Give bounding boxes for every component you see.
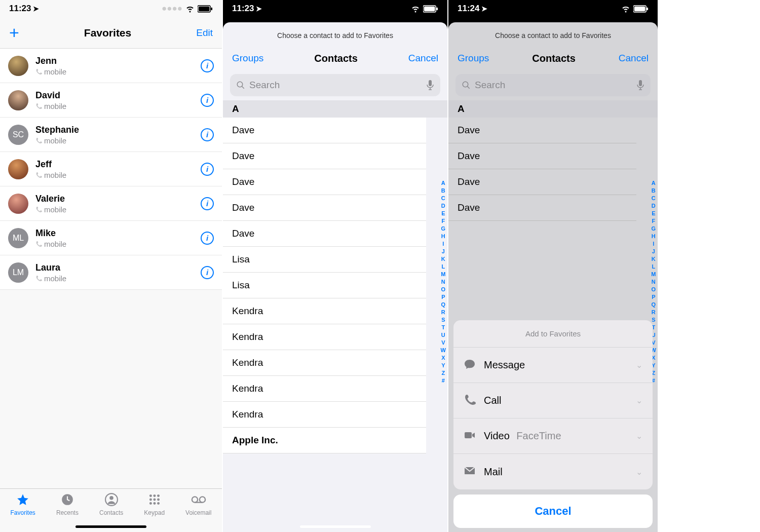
index-letter[interactable]: G <box>652 225 656 233</box>
info-button[interactable]: i <box>201 59 214 72</box>
index-letter[interactable]: H <box>652 233 656 240</box>
index-letter[interactable]: K <box>441 255 445 263</box>
search-field[interactable]: Search <box>230 74 440 96</box>
tab-star[interactable]: Favorites <box>11 493 35 516</box>
groups-button[interactable]: Groups <box>458 53 489 64</box>
index-letter[interactable]: X <box>441 354 445 362</box>
index-letter[interactable]: D <box>652 202 656 210</box>
tab-voicemail[interactable]: Voicemail <box>185 493 211 516</box>
favorite-row[interactable]: SCStephanie mobilei <box>0 118 222 152</box>
info-button[interactable]: i <box>201 232 214 245</box>
info-button[interactable]: i <box>201 197 214 210</box>
contact-row[interactable]: Dave <box>223 118 426 143</box>
tab-clock[interactable]: Recents <box>56 493 79 516</box>
index-letter[interactable]: S <box>441 316 445 324</box>
contact-row[interactable]: Dave <box>223 169 426 195</box>
favorite-row[interactable]: Valerie mobilei <box>0 186 222 221</box>
index-letter[interactable]: B <box>652 187 656 195</box>
contact-row[interactable]: Kendra <box>223 324 426 350</box>
index-letter[interactable]: F <box>441 217 445 225</box>
contact-row[interactable]: Dave <box>448 195 636 221</box>
index-letter[interactable]: C <box>441 195 445 202</box>
tab-contact[interactable]: Contacts <box>99 493 123 516</box>
index-letter[interactable]: P <box>441 293 445 301</box>
action-cancel-button[interactable]: Cancel <box>453 495 653 528</box>
index-letter[interactable]: P <box>652 293 655 301</box>
index-letter[interactable]: I <box>653 240 654 248</box>
index-letter[interactable]: O <box>441 286 446 293</box>
home-indicator[interactable] <box>75 525 146 528</box>
tab-keypad[interactable]: Keypad <box>144 493 165 516</box>
cancel-button[interactable]: Cancel <box>408 53 438 64</box>
contact-row[interactable]: Dave <box>223 221 426 247</box>
index-letter[interactable]: Q <box>441 301 446 309</box>
action-mail[interactable]: Mail⌄ <box>453 454 653 489</box>
dictation-icon[interactable] <box>636 80 644 91</box>
contact-row[interactable]: Dave <box>448 118 636 143</box>
action-video[interactable]: Video FaceTime⌄ <box>453 419 653 454</box>
index-letter[interactable]: O <box>652 286 656 293</box>
index-letter[interactable]: G <box>441 225 446 233</box>
action-phone[interactable]: Call⌄ <box>453 383 653 419</box>
alpha-index[interactable]: ABCDEFGHIJKLMNOPQRSTUVWXYZ# <box>441 179 446 385</box>
index-letter[interactable]: H <box>441 233 445 240</box>
index-letter[interactable]: J <box>652 248 655 255</box>
index-letter[interactable]: M <box>651 271 656 278</box>
contact-row[interactable]: Kendra <box>223 402 426 428</box>
info-button[interactable]: i <box>201 94 214 107</box>
search-field[interactable]: Search <box>455 74 651 96</box>
index-letter[interactable]: E <box>441 210 445 217</box>
index-letter[interactable]: K <box>652 255 656 263</box>
index-letter[interactable]: D <box>441 202 445 210</box>
index-letter[interactable]: M <box>441 271 445 278</box>
index-letter[interactable]: I <box>442 240 444 248</box>
index-letter[interactable]: A <box>441 179 445 187</box>
index-letter[interactable]: # <box>442 377 445 385</box>
index-letter[interactable]: J <box>442 248 445 255</box>
index-letter[interactable]: W <box>441 347 446 354</box>
info-button[interactable]: i <box>201 128 214 141</box>
contact-row[interactable]: Kendra <box>223 298 426 324</box>
index-letter[interactable]: Q <box>652 301 656 309</box>
index-letter[interactable]: U <box>441 331 445 339</box>
home-indicator[interactable] <box>300 525 371 528</box>
home-indicator[interactable] <box>518 525 589 528</box>
action-message[interactable]: Message⌄ <box>453 348 653 383</box>
index-letter[interactable]: C <box>652 195 656 202</box>
index-letter[interactable]: N <box>652 278 656 286</box>
contact-row[interactable]: Apple Inc. <box>223 428 426 453</box>
favorite-row[interactable]: MLMike mobilei <box>0 221 222 255</box>
index-letter[interactable]: R <box>441 309 445 316</box>
index-letter[interactable]: E <box>652 210 655 217</box>
groups-button[interactable]: Groups <box>232 53 263 64</box>
favorite-row[interactable]: Jenn mobilei <box>0 49 222 83</box>
index-letter[interactable]: L <box>652 263 655 271</box>
favorite-row[interactable]: Jeff mobilei <box>0 152 222 186</box>
contact-row[interactable]: Kendra <box>223 376 426 402</box>
index-letter[interactable]: F <box>652 217 655 225</box>
favorite-row[interactable]: LMLaura mobilei <box>0 255 222 290</box>
index-letter[interactable]: L <box>441 263 445 271</box>
index-letter[interactable]: Z <box>441 369 445 377</box>
cancel-button[interactable]: Cancel <box>619 53 649 64</box>
index-letter[interactable]: T <box>441 324 445 331</box>
index-letter[interactable]: B <box>441 187 445 195</box>
dictation-icon[interactable] <box>426 80 434 91</box>
info-button[interactable]: i <box>201 266 214 279</box>
favorite-row[interactable]: David mobilei <box>0 83 222 118</box>
index-letter[interactable]: A <box>652 179 656 187</box>
contact-row[interactable]: Kendra <box>223 350 426 376</box>
index-letter[interactable]: Y <box>441 362 445 369</box>
contact-row[interactable]: Lisa <box>223 247 426 273</box>
add-button[interactable]: + <box>9 23 19 43</box>
contact-row[interactable]: Dave <box>223 143 426 169</box>
contact-row[interactable]: Dave <box>448 143 636 169</box>
index-letter[interactable]: N <box>441 278 445 286</box>
contact-row[interactable]: Dave <box>448 169 636 195</box>
index-letter[interactable]: R <box>652 309 656 316</box>
info-button[interactable]: i <box>201 163 214 176</box>
contact-row[interactable]: Dave <box>223 195 426 221</box>
index-letter[interactable]: V <box>441 339 445 347</box>
edit-button[interactable]: Edit <box>196 27 213 39</box>
contact-row[interactable]: Lisa <box>223 273 426 298</box>
